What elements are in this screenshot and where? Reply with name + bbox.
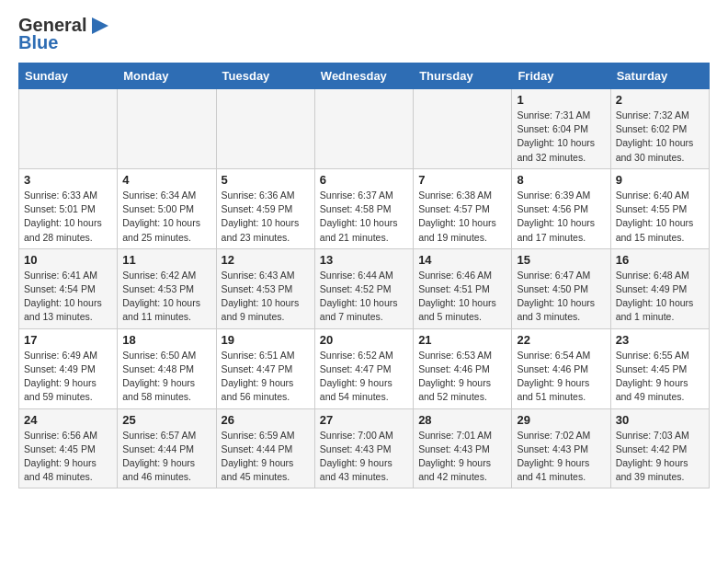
day-info: Sunrise: 6:33 AM Sunset: 5:01 PM Dayligh… xyxy=(24,189,112,245)
day-info: Sunrise: 6:47 AM Sunset: 4:50 PM Dayligh… xyxy=(517,269,605,325)
day-number: 24 xyxy=(24,413,112,427)
day-number: 30 xyxy=(616,413,704,427)
day-number: 6 xyxy=(320,173,408,187)
day-info: Sunrise: 6:53 AM Sunset: 4:46 PM Dayligh… xyxy=(418,349,506,405)
day-info: Sunrise: 6:38 AM Sunset: 4:57 PM Dayligh… xyxy=(418,189,506,245)
calendar-cell: 26Sunrise: 6:59 AM Sunset: 4:44 PM Dayli… xyxy=(216,408,314,488)
calendar-cell: 22Sunrise: 6:54 AM Sunset: 4:46 PM Dayli… xyxy=(512,328,610,408)
day-info: Sunrise: 6:57 AM Sunset: 4:44 PM Dayligh… xyxy=(122,429,210,485)
calendar-cell xyxy=(19,89,118,169)
day-info: Sunrise: 6:48 AM Sunset: 4:49 PM Dayligh… xyxy=(616,269,704,325)
calendar-cell: 13Sunrise: 6:44 AM Sunset: 4:52 PM Dayli… xyxy=(314,248,413,328)
day-info: Sunrise: 6:55 AM Sunset: 4:45 PM Dayligh… xyxy=(616,349,704,405)
day-number: 12 xyxy=(222,253,310,267)
calendar-cell: 24Sunrise: 6:56 AM Sunset: 4:45 PM Dayli… xyxy=(19,408,118,488)
calendar-cell: 8Sunrise: 6:39 AM Sunset: 4:56 PM Daylig… xyxy=(512,168,610,248)
day-info: Sunrise: 6:49 AM Sunset: 4:49 PM Dayligh… xyxy=(24,349,112,405)
calendar-cell xyxy=(118,89,216,169)
day-number: 9 xyxy=(616,173,704,187)
day-info: Sunrise: 7:32 AM Sunset: 6:02 PM Dayligh… xyxy=(616,109,704,165)
calendar-cell: 20Sunrise: 6:52 AM Sunset: 4:47 PM Dayli… xyxy=(314,328,413,408)
calendar-cell: 10Sunrise: 6:41 AM Sunset: 4:54 PM Dayli… xyxy=(19,248,118,328)
day-number: 16 xyxy=(616,253,704,267)
day-number: 28 xyxy=(418,413,506,427)
calendar-cell: 6Sunrise: 6:37 AM Sunset: 4:58 PM Daylig… xyxy=(314,168,413,248)
day-number: 1 xyxy=(517,93,605,107)
day-number: 7 xyxy=(418,173,506,187)
calendar-cell: 2Sunrise: 7:32 AM Sunset: 6:02 PM Daylig… xyxy=(610,89,709,169)
day-number: 4 xyxy=(122,173,210,187)
calendar-cell: 30Sunrise: 7:03 AM Sunset: 4:42 PM Dayli… xyxy=(610,408,709,488)
day-info: Sunrise: 6:41 AM Sunset: 4:54 PM Dayligh… xyxy=(24,269,112,325)
calendar-cell xyxy=(216,89,314,169)
page: General Blue SundayMondayTuesdayWednesda… xyxy=(0,0,728,503)
day-number: 17 xyxy=(24,333,112,347)
day-info: Sunrise: 6:37 AM Sunset: 4:58 PM Dayligh… xyxy=(320,189,408,245)
calendar-cell: 4Sunrise: 6:34 AM Sunset: 5:00 PM Daylig… xyxy=(118,168,216,248)
day-number: 21 xyxy=(418,333,506,347)
day-info: Sunrise: 6:34 AM Sunset: 5:00 PM Dayligh… xyxy=(122,189,210,245)
day-info: Sunrise: 6:52 AM Sunset: 4:47 PM Dayligh… xyxy=(320,349,408,405)
calendar-cell: 14Sunrise: 6:46 AM Sunset: 4:51 PM Dayli… xyxy=(414,248,512,328)
day-number: 15 xyxy=(517,253,605,267)
day-number: 13 xyxy=(320,253,408,267)
day-info: Sunrise: 6:36 AM Sunset: 4:59 PM Dayligh… xyxy=(222,189,310,245)
day-number: 18 xyxy=(122,333,210,347)
day-number: 25 xyxy=(122,413,210,427)
calendar-day-header: Saturday xyxy=(610,63,709,89)
calendar-cell: 28Sunrise: 7:01 AM Sunset: 4:43 PM Dayli… xyxy=(414,408,512,488)
calendar-cell: 27Sunrise: 7:00 AM Sunset: 4:43 PM Dayli… xyxy=(314,408,413,488)
calendar-week-row: 24Sunrise: 6:56 AM Sunset: 4:45 PM Dayli… xyxy=(19,408,710,488)
calendar-cell: 16Sunrise: 6:48 AM Sunset: 4:49 PM Dayli… xyxy=(610,248,709,328)
calendar-cell: 21Sunrise: 6:53 AM Sunset: 4:46 PM Dayli… xyxy=(414,328,512,408)
calendar-cell: 9Sunrise: 6:40 AM Sunset: 4:55 PM Daylig… xyxy=(610,168,709,248)
calendar-week-row: 3Sunrise: 6:33 AM Sunset: 5:01 PM Daylig… xyxy=(19,168,710,248)
calendar-cell: 7Sunrise: 6:38 AM Sunset: 4:57 PM Daylig… xyxy=(414,168,512,248)
day-number: 2 xyxy=(616,93,704,107)
day-info: Sunrise: 6:50 AM Sunset: 4:48 PM Dayligh… xyxy=(122,349,210,405)
day-number: 8 xyxy=(517,173,605,187)
calendar-cell: 5Sunrise: 6:36 AM Sunset: 4:59 PM Daylig… xyxy=(216,168,314,248)
day-info: Sunrise: 6:40 AM Sunset: 4:55 PM Dayligh… xyxy=(616,189,704,245)
day-info: Sunrise: 7:00 AM Sunset: 4:43 PM Dayligh… xyxy=(320,429,408,485)
day-info: Sunrise: 6:39 AM Sunset: 4:56 PM Dayligh… xyxy=(517,189,605,245)
calendar-cell: 12Sunrise: 6:43 AM Sunset: 4:53 PM Dayli… xyxy=(216,248,314,328)
calendar-week-row: 17Sunrise: 6:49 AM Sunset: 4:49 PM Dayli… xyxy=(19,328,710,408)
calendar-day-header: Thursday xyxy=(414,63,512,89)
day-number: 5 xyxy=(222,173,310,187)
calendar-day-header: Friday xyxy=(512,63,610,89)
calendar-cell: 11Sunrise: 6:42 AM Sunset: 4:53 PM Dayli… xyxy=(118,248,216,328)
calendar-week-row: 1Sunrise: 7:31 AM Sunset: 6:04 PM Daylig… xyxy=(19,89,710,169)
calendar-cell: 15Sunrise: 6:47 AM Sunset: 4:50 PM Dayli… xyxy=(512,248,610,328)
calendar-day-header: Tuesday xyxy=(216,63,314,89)
logo-flag-icon xyxy=(90,17,110,34)
day-info: Sunrise: 6:44 AM Sunset: 4:52 PM Dayligh… xyxy=(320,269,408,325)
calendar-day-header: Sunday xyxy=(19,63,118,89)
day-number: 10 xyxy=(24,253,112,267)
day-info: Sunrise: 6:54 AM Sunset: 4:46 PM Dayligh… xyxy=(517,349,605,405)
calendar: SundayMondayTuesdayWednesdayThursdayFrid… xyxy=(18,63,710,488)
day-info: Sunrise: 6:51 AM Sunset: 4:47 PM Dayligh… xyxy=(222,349,310,405)
day-info: Sunrise: 7:31 AM Sunset: 6:04 PM Dayligh… xyxy=(517,109,605,165)
logo-blue-text: Blue xyxy=(18,32,58,53)
day-info: Sunrise: 6:59 AM Sunset: 4:44 PM Dayligh… xyxy=(222,429,310,485)
logo: General Blue xyxy=(18,15,110,53)
day-info: Sunrise: 6:56 AM Sunset: 4:45 PM Dayligh… xyxy=(24,429,112,485)
calendar-cell: 29Sunrise: 7:02 AM Sunset: 4:43 PM Dayli… xyxy=(512,408,610,488)
day-number: 11 xyxy=(122,253,210,267)
calendar-cell: 1Sunrise: 7:31 AM Sunset: 6:04 PM Daylig… xyxy=(512,89,610,169)
calendar-cell: 19Sunrise: 6:51 AM Sunset: 4:47 PM Dayli… xyxy=(216,328,314,408)
calendar-cell: 18Sunrise: 6:50 AM Sunset: 4:48 PM Dayli… xyxy=(118,328,216,408)
day-number: 23 xyxy=(616,333,704,347)
calendar-cell: 3Sunrise: 6:33 AM Sunset: 5:01 PM Daylig… xyxy=(19,168,118,248)
day-info: Sunrise: 7:02 AM Sunset: 4:43 PM Dayligh… xyxy=(517,429,605,485)
day-info: Sunrise: 6:46 AM Sunset: 4:51 PM Dayligh… xyxy=(418,269,506,325)
day-number: 19 xyxy=(222,333,310,347)
calendar-day-header: Monday xyxy=(118,63,216,89)
calendar-cell xyxy=(414,89,512,169)
svg-marker-0 xyxy=(92,17,108,34)
calendar-cell: 17Sunrise: 6:49 AM Sunset: 4:49 PM Dayli… xyxy=(19,328,118,408)
header-area: General Blue xyxy=(18,15,710,53)
day-info: Sunrise: 7:03 AM Sunset: 4:42 PM Dayligh… xyxy=(616,429,704,485)
calendar-header-row: SundayMondayTuesdayWednesdayThursdayFrid… xyxy=(19,63,710,89)
